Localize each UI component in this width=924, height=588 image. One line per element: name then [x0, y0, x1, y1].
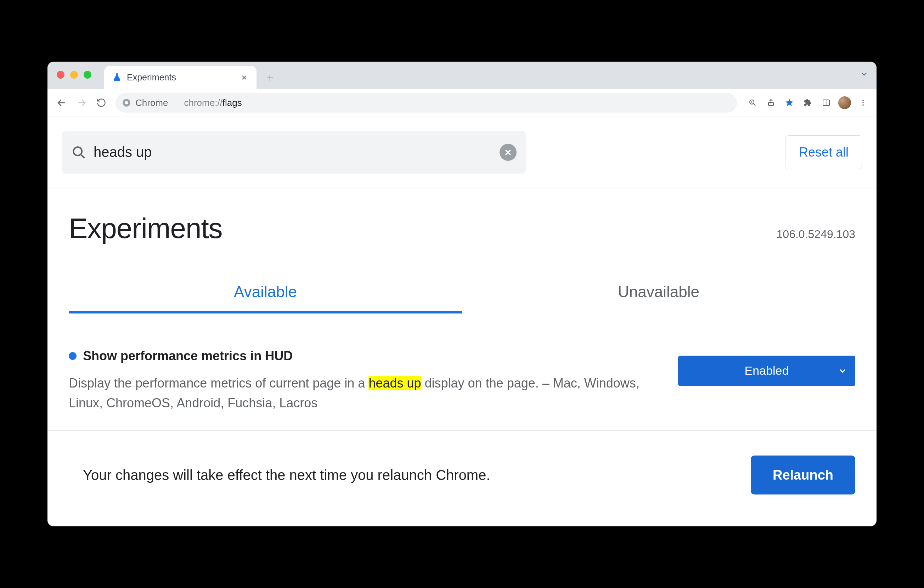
dropdown-value: Enabled	[745, 364, 789, 377]
toolbar: Chrome chrome://flags	[48, 89, 876, 117]
footer-bar: Your changes will take effect the next t…	[48, 431, 876, 526]
forward-button[interactable]	[73, 94, 90, 111]
titlebar: Experiments	[48, 62, 876, 89]
omnibox[interactable]: Chrome chrome://flags	[116, 93, 737, 113]
flag-body: Show performance metrics in HUD Display …	[69, 349, 664, 413]
omnibox-chip: Chrome	[135, 97, 168, 109]
svg-point-8	[73, 147, 82, 155]
bookmark-star-icon[interactable]	[782, 95, 797, 110]
svg-rect-4	[823, 100, 829, 105]
svg-point-6	[862, 102, 864, 104]
flag-desc-before: Display the performance metrics of curre…	[69, 376, 368, 390]
tab-available[interactable]: Available	[69, 273, 462, 313]
close-tab-icon[interactable]	[239, 73, 249, 82]
window-controls	[57, 71, 91, 79]
fullscreen-window-button[interactable]	[84, 71, 91, 79]
flag-title: Show performance metrics in HUD	[83, 349, 293, 364]
relaunch-button[interactable]: Relaunch	[751, 456, 855, 494]
omnibox-url: chrome://flags	[184, 97, 242, 109]
chevron-down-icon	[838, 366, 848, 376]
reset-all-button[interactable]: Reset all	[785, 135, 862, 169]
profile-avatar[interactable]	[837, 95, 852, 110]
header-row: Experiments 106.0.5249.103	[48, 188, 876, 252]
reload-button[interactable]	[93, 94, 110, 111]
tab-row: Available Unavailable	[69, 273, 855, 313]
flag-description: Display the performance metrics of curre…	[69, 373, 664, 413]
search-bar-row: Reset all	[48, 117, 876, 188]
tab-unavailable[interactable]: Unavailable	[462, 273, 855, 313]
side-panel-icon[interactable]	[818, 95, 834, 110]
relaunch-message: Your changes will take effect the next t…	[83, 467, 490, 483]
clear-search-icon[interactable]	[500, 144, 516, 161]
search-icon	[71, 145, 86, 160]
search-field-wrapper	[62, 131, 526, 174]
omnibox-separator	[176, 98, 176, 108]
svg-point-5	[862, 100, 864, 101]
modified-dot-icon	[69, 352, 76, 360]
close-window-button[interactable]	[57, 71, 64, 79]
flag-title-line: Show performance metrics in HUD	[69, 349, 664, 364]
page-title: Experiments	[69, 212, 223, 245]
zoom-icon[interactable]	[745, 95, 760, 110]
browser-window: Experiments Chrome	[48, 62, 876, 527]
flag-state-dropdown[interactable]: Enabled	[678, 356, 855, 386]
new-tab-button[interactable]	[261, 69, 279, 87]
omnibox-url-path: flags	[223, 97, 242, 108]
tab-strip: Experiments	[104, 62, 279, 89]
back-button[interactable]	[53, 94, 70, 111]
share-icon[interactable]	[763, 95, 779, 110]
flask-icon	[112, 72, 122, 82]
version-label: 106.0.5249.103	[777, 228, 855, 241]
page-content: Reset all Experiments 106.0.5249.103 Ava…	[48, 117, 876, 527]
tab-list-chevron-icon[interactable]	[860, 69, 869, 79]
tab-title: Experiments	[127, 72, 234, 82]
svg-point-1	[125, 101, 128, 104]
extensions-icon[interactable]	[800, 95, 815, 110]
toolbar-right	[745, 95, 871, 110]
svg-point-7	[862, 104, 864, 106]
search-input[interactable]	[93, 144, 500, 160]
flag-row: Show performance metrics in HUD Display …	[48, 313, 876, 431]
flag-desc-highlight: heads up	[368, 376, 421, 390]
minimize-window-button[interactable]	[70, 71, 78, 79]
chrome-icon	[122, 98, 131, 107]
omnibox-url-prefix: chrome://	[184, 97, 222, 108]
browser-tab[interactable]: Experiments	[104, 66, 256, 89]
kebab-menu-icon[interactable]	[855, 95, 871, 110]
